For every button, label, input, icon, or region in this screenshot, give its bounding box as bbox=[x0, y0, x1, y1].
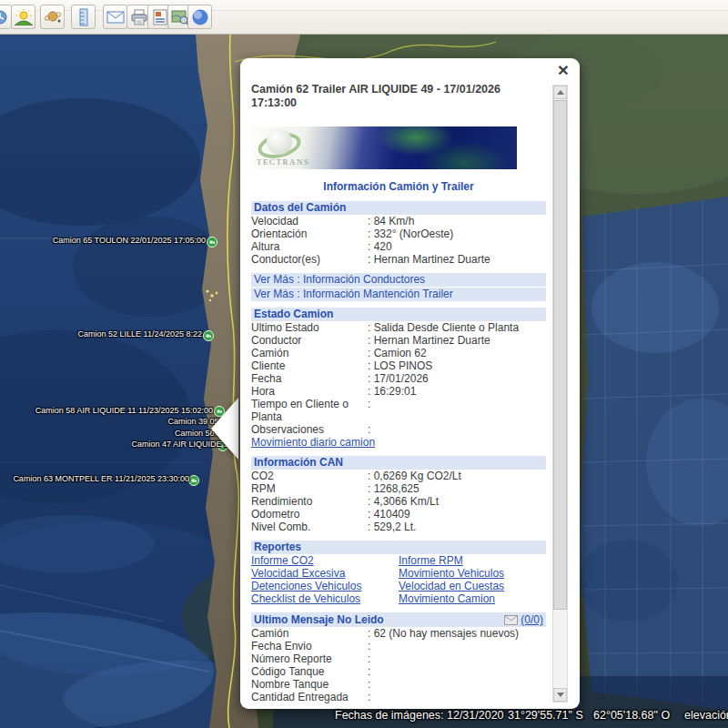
tectrans-banner: TECTRANS bbox=[251, 126, 517, 169]
row-label: Tiempo en Cliente o Planta bbox=[251, 398, 368, 423]
info-row: Conductor: Hernan Martinez Duarte bbox=[251, 334, 546, 347]
row-value: : Salida Desde Cliente o Planta bbox=[368, 321, 546, 334]
logo-text: TECTRANS bbox=[257, 156, 310, 168]
row-value: : Camion 62 bbox=[368, 347, 546, 359]
info-row: CO2: 0,6269 Kg CO2/Lt bbox=[251, 470, 546, 482]
info-row: Velocidad: 84 Km/h bbox=[251, 215, 546, 228]
row-label: Conductor bbox=[251, 334, 368, 347]
row-value: : bbox=[368, 678, 546, 691]
longitude-readout: 62°05'18.68" O bbox=[593, 709, 670, 722]
info-row: Altura: 420 bbox=[251, 240, 546, 253]
row-value: : 16:29:01 bbox=[368, 385, 546, 398]
info-row: Cantidad Entregada: bbox=[251, 691, 546, 703]
truck-label[interactable]: Camion 52 LILLE 11/24/2025 8:22 bbox=[78, 329, 202, 339]
row-label: Camión bbox=[251, 627, 368, 640]
report-link-checklist[interactable]: Checklist de Vehiculos bbox=[251, 592, 399, 605]
row-label: Camión bbox=[251, 347, 368, 359]
truck-label[interactable]: Camion 65 TOULON 22/01/2025 17:05:00 bbox=[53, 236, 206, 245]
balloon-title: Camión 62 Trailer AIR LIQUIDE 49 - 17/01… bbox=[251, 83, 546, 110]
row-label: Nivel Comb. bbox=[251, 521, 368, 533]
latitude-readout: 31°29'55.71" S bbox=[508, 709, 583, 722]
row-label: CO2 bbox=[251, 470, 368, 482]
close-icon[interactable]: × bbox=[558, 60, 569, 80]
row-value: : 17/01/2026 bbox=[368, 372, 546, 385]
info-row: Número Reporte: bbox=[251, 652, 546, 665]
row-label: Conductor(es) bbox=[251, 253, 368, 266]
elevation-label: elevación bbox=[684, 709, 728, 722]
row-value: : bbox=[368, 640, 546, 652]
section-header-can: Información CAN bbox=[251, 456, 546, 470]
status-bar: Fechas de imágenes: 12/31/2020 31°29'55.… bbox=[0, 709, 728, 725]
row-label: Velocidad bbox=[251, 215, 368, 228]
section-header-reportes: Reportes bbox=[251, 541, 546, 554]
row-value: : 1268,625 bbox=[368, 482, 546, 495]
info-row: Fecha Envio: bbox=[251, 640, 546, 652]
info-row: Código Tanque: bbox=[251, 665, 546, 678]
ver-mas-conductores-link[interactable]: Ver Más : Información Conductores bbox=[251, 273, 546, 287]
section-header-mensaje: Ultimo Mensaje No Leido (0/0) bbox=[251, 612, 546, 627]
info-row: Tiempo en Cliente o Planta: bbox=[251, 398, 546, 423]
row-label: Cantidad Entregada bbox=[251, 691, 368, 703]
info-row: Odometro: 410409 bbox=[251, 508, 546, 521]
report-link-informe-rpm[interactable]: Informe RPM bbox=[399, 554, 546, 567]
info-row: Nombre Tanque: bbox=[251, 678, 546, 691]
row-value: : 529,2 Lt. bbox=[368, 521, 546, 533]
row-label: Rendimiento bbox=[251, 495, 368, 508]
report-link-movimiento-vehiculos[interactable]: Movimiento Vehiculos bbox=[399, 567, 546, 580]
row-value: : bbox=[368, 665, 546, 678]
report-link-velocidad-cuestas[interactable]: Velocidad en Cuestas bbox=[399, 580, 546, 592]
scroll-up-button[interactable] bbox=[553, 86, 567, 99]
row-value: : 84 Km/h bbox=[368, 215, 546, 228]
balloon-tail bbox=[211, 398, 238, 461]
row-value: : bbox=[368, 691, 546, 703]
row-label: Orientación bbox=[251, 228, 368, 240]
row-value: : Hernan Martinez Duarte bbox=[368, 334, 546, 347]
row-label: Cliente bbox=[251, 359, 368, 372]
report-link-informe-co2[interactable]: Informe CO2 bbox=[251, 554, 399, 567]
row-label: Nombre Tanque bbox=[251, 678, 368, 691]
info-row: Rendimiento: 4,3066 Km/Lt bbox=[251, 495, 546, 508]
info-row: Cliente: LOS PINOS bbox=[251, 359, 546, 372]
sunlight-icon[interactable] bbox=[11, 5, 35, 29]
logo-globe bbox=[267, 129, 292, 155]
info-row: Conductor(es): Hernan Martinez Duarte bbox=[251, 253, 546, 266]
balloon-scrollbar[interactable] bbox=[552, 85, 568, 703]
envelope-icon bbox=[504, 615, 518, 625]
row-value: : bbox=[368, 423, 546, 436]
message-count-link[interactable]: (0/0) bbox=[521, 612, 543, 627]
row-label: Número Reporte bbox=[251, 652, 368, 665]
info-row: Camión: Camion 62 bbox=[251, 347, 546, 359]
scroll-down-button[interactable] bbox=[553, 688, 567, 702]
info-row: Orientación: 332° (NorOeste) bbox=[251, 228, 546, 240]
planets-icon[interactable] bbox=[40, 5, 65, 29]
section-main-heading: Información Camión y Trailer bbox=[251, 180, 546, 194]
row-value: : bbox=[368, 652, 546, 665]
row-label: Código Tanque bbox=[251, 665, 368, 678]
earth-icon[interactable] bbox=[187, 5, 212, 29]
row-label: Altura bbox=[251, 240, 368, 253]
row-value: : 410409 bbox=[368, 508, 546, 521]
report-link-detenciones[interactable]: Detenciones Vehiculos bbox=[251, 580, 399, 592]
movimiento-diario-link[interactable]: Movimiento diario camion bbox=[251, 436, 379, 449]
info-row: Hora: 16:29:01 bbox=[251, 385, 546, 398]
truck-label[interactable]: Camion 63 MONTPELL ER 11/21/2025 23:30:0… bbox=[13, 474, 189, 483]
report-link-velocidad-excesiva[interactable]: Velocidad Excesiva bbox=[251, 567, 399, 580]
top-toolbar bbox=[0, 0, 728, 35]
imagery-date-label: Fechas de imágenes: 12/31/2020 bbox=[335, 709, 504, 722]
info-row: Ultimo Estado: Salida Desde Cliente o Pl… bbox=[251, 321, 546, 334]
info-row: Nivel Comb.: 529,2 Lt. bbox=[251, 521, 546, 533]
info-balloon: × Camión 62 Trailer AIR LIQUIDE 49 - 17/… bbox=[240, 58, 580, 709]
row-value: : Hernan Martinez Duarte bbox=[368, 253, 546, 266]
report-link-movimiento-camion[interactable]: Movimiento Camion bbox=[399, 592, 546, 605]
mensaje-header-label: Ultimo Mensaje No Leido bbox=[254, 612, 504, 627]
truck-label[interactable]: Camion 58 AIR LIQUIDE 11 11/23/2025 15:0… bbox=[35, 406, 213, 415]
scrollbar-thumb[interactable] bbox=[553, 100, 567, 610]
row-value: : bbox=[368, 398, 546, 423]
ver-mas-mantencion-link[interactable]: Ver Más : Información Mantención Trailer bbox=[251, 288, 546, 301]
row-label: Fecha Envio bbox=[251, 640, 368, 652]
row-label: Fecha bbox=[251, 372, 368, 385]
email-icon[interactable] bbox=[103, 5, 127, 29]
section-header-estado: Estado Camion bbox=[251, 308, 546, 321]
ruler-icon[interactable] bbox=[71, 5, 96, 29]
row-value: : 420 bbox=[368, 240, 546, 253]
